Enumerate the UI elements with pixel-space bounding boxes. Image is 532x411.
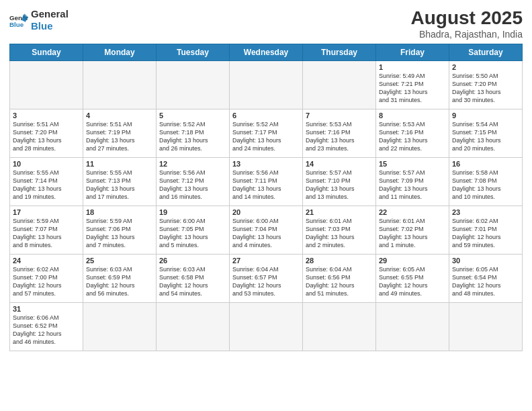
- table-row: 13Sunrise: 5:56 AMSunset: 7:11 PMDayligh…: [230, 157, 303, 205]
- logo-icon: General Blue: [9, 11, 28, 30]
- table-row: 24Sunrise: 6:02 AMSunset: 7:00 PMDayligh…: [10, 254, 83, 302]
- table-row: 16Sunrise: 5:58 AMSunset: 7:08 PMDayligh…: [449, 157, 523, 205]
- table-row: 10Sunrise: 5:55 AMSunset: 7:14 PMDayligh…: [10, 157, 83, 205]
- day-number: 22: [379, 208, 446, 216]
- day-info: Sunrise: 6:00 AMSunset: 7:05 PMDaylight:…: [159, 217, 226, 250]
- day-info: Sunrise: 5:56 AMSunset: 7:11 PMDaylight:…: [232, 169, 300, 201]
- day-info: Sunrise: 5:59 AMSunset: 7:06 PMDaylight:…: [86, 217, 153, 250]
- day-number: 28: [306, 257, 373, 265]
- day-info: Sunrise: 6:03 AMSunset: 6:59 PMDaylight:…: [86, 265, 153, 298]
- svg-text:Blue: Blue: [9, 21, 24, 28]
- day-info: Sunrise: 5:59 AMSunset: 7:07 PMDaylight:…: [13, 217, 80, 250]
- day-number: 9: [452, 111, 519, 120]
- day-info: Sunrise: 5:52 AMSunset: 7:18 PMDaylight:…: [159, 120, 226, 153]
- day-number: 4: [86, 111, 153, 120]
- day-info: Sunrise: 5:57 AMSunset: 7:10 PMDaylight:…: [306, 169, 373, 201]
- day-number: 17: [13, 208, 80, 216]
- table-row: [376, 302, 449, 351]
- day-info: Sunrise: 5:56 AMSunset: 7:12 PMDaylight:…: [159, 169, 226, 201]
- day-number: 25: [86, 257, 153, 265]
- table-row: [157, 60, 230, 109]
- title-block: August 2025 Bhadra, Rajasthan, India: [411, 8, 523, 40]
- day-info: Sunrise: 6:02 AMSunset: 7:01 PMDaylight:…: [452, 217, 519, 250]
- day-number: 3: [13, 111, 80, 120]
- table-row: 25Sunrise: 6:03 AMSunset: 6:59 PMDayligh…: [83, 254, 157, 302]
- day-number: 13: [232, 160, 300, 168]
- table-row: 30Sunrise: 6:05 AMSunset: 6:54 PMDayligh…: [449, 254, 523, 302]
- table-row: [157, 302, 230, 351]
- table-row: 5Sunrise: 5:52 AMSunset: 7:18 PMDaylight…: [157, 109, 230, 157]
- table-row: 27Sunrise: 6:04 AMSunset: 6:57 PMDayligh…: [230, 254, 303, 302]
- table-row: [230, 302, 303, 351]
- table-row: 17Sunrise: 5:59 AMSunset: 7:07 PMDayligh…: [10, 205, 83, 254]
- day-info: Sunrise: 5:55 AMSunset: 7:14 PMDaylight:…: [13, 169, 80, 201]
- day-number: 24: [13, 257, 80, 265]
- table-row: 6Sunrise: 5:52 AMSunset: 7:17 PMDaylight…: [230, 109, 303, 157]
- table-row: 2Sunrise: 5:50 AMSunset: 7:20 PMDaylight…: [449, 60, 523, 109]
- table-row: [230, 60, 303, 109]
- day-number: 14: [306, 160, 373, 168]
- day-info: Sunrise: 6:01 AMSunset: 7:02 PMDaylight:…: [379, 217, 446, 250]
- table-row: 19Sunrise: 6:00 AMSunset: 7:05 PMDayligh…: [157, 205, 230, 254]
- day-info: Sunrise: 6:02 AMSunset: 7:00 PMDaylight:…: [13, 265, 80, 298]
- table-row: 1Sunrise: 5:49 AMSunset: 7:21 PMDaylight…: [376, 60, 449, 109]
- table-row: [303, 302, 376, 351]
- table-row: 11Sunrise: 5:55 AMSunset: 7:13 PMDayligh…: [83, 157, 157, 205]
- day-info: Sunrise: 5:50 AMSunset: 7:20 PMDaylight:…: [452, 72, 519, 105]
- day-number: 10: [13, 160, 80, 168]
- header-monday: Monday: [83, 44, 157, 60]
- table-row: 4Sunrise: 5:51 AMSunset: 7:19 PMDaylight…: [83, 109, 157, 157]
- table-row: [10, 60, 83, 109]
- table-row: 21Sunrise: 6:01 AMSunset: 7:03 PMDayligh…: [303, 205, 376, 254]
- table-row: 31Sunrise: 6:06 AMSunset: 6:52 PMDayligh…: [10, 302, 83, 351]
- day-number: 29: [379, 257, 446, 265]
- header-tuesday: Tuesday: [157, 44, 230, 60]
- day-info: Sunrise: 5:49 AMSunset: 7:21 PMDaylight:…: [379, 72, 446, 105]
- table-row: 26Sunrise: 6:03 AMSunset: 6:58 PMDayligh…: [157, 254, 230, 302]
- table-row: 20Sunrise: 6:00 AMSunset: 7:04 PMDayligh…: [230, 205, 303, 254]
- day-number: 27: [232, 257, 300, 265]
- day-info: Sunrise: 6:00 AMSunset: 7:04 PMDaylight:…: [232, 217, 300, 250]
- day-info: Sunrise: 6:04 AMSunset: 6:56 PMDaylight:…: [306, 265, 373, 298]
- calendar-subtitle: Bhadra, Rajasthan, India: [411, 29, 523, 40]
- day-number: 8: [379, 111, 446, 120]
- day-number: 18: [86, 208, 153, 216]
- table-row: 9Sunrise: 5:54 AMSunset: 7:15 PMDaylight…: [449, 109, 523, 157]
- table-row: [449, 302, 523, 351]
- day-info: Sunrise: 5:53 AMSunset: 7:16 PMDaylight:…: [379, 120, 446, 153]
- logo-general: General: [31, 8, 69, 20]
- day-number: 21: [306, 208, 373, 216]
- table-row: 7Sunrise: 5:53 AMSunset: 7:16 PMDaylight…: [303, 109, 376, 157]
- table-row: 29Sunrise: 6:05 AMSunset: 6:55 PMDayligh…: [376, 254, 449, 302]
- page-header: General Blue General Blue August 2025 Bh…: [9, 8, 523, 40]
- table-row: 22Sunrise: 6:01 AMSunset: 7:02 PMDayligh…: [376, 205, 449, 254]
- day-info: Sunrise: 5:57 AMSunset: 7:09 PMDaylight:…: [379, 169, 446, 201]
- day-info: Sunrise: 5:54 AMSunset: 7:15 PMDaylight:…: [452, 120, 519, 153]
- table-row: 12Sunrise: 5:56 AMSunset: 7:12 PMDayligh…: [157, 157, 230, 205]
- table-row: [303, 60, 376, 109]
- calendar-body: 1Sunrise: 5:49 AMSunset: 7:21 PMDaylight…: [10, 60, 523, 351]
- day-info: Sunrise: 5:53 AMSunset: 7:16 PMDaylight:…: [306, 120, 373, 153]
- day-info: Sunrise: 5:51 AMSunset: 7:20 PMDaylight:…: [13, 120, 80, 153]
- calendar-header: Sunday Monday Tuesday Wednesday Thursday…: [10, 44, 523, 60]
- day-info: Sunrise: 5:52 AMSunset: 7:17 PMDaylight:…: [232, 120, 300, 153]
- day-number: 1: [379, 63, 446, 71]
- day-info: Sunrise: 6:06 AMSunset: 6:52 PMDaylight:…: [13, 314, 80, 347]
- day-info: Sunrise: 6:01 AMSunset: 7:03 PMDaylight:…: [306, 217, 373, 250]
- day-number: 5: [159, 111, 226, 120]
- day-number: 19: [159, 208, 226, 216]
- day-number: 26: [159, 257, 226, 265]
- day-info: Sunrise: 6:04 AMSunset: 6:57 PMDaylight:…: [232, 265, 300, 298]
- table-row: [83, 60, 157, 109]
- day-number: 20: [232, 208, 300, 216]
- day-info: Sunrise: 6:05 AMSunset: 6:55 PMDaylight:…: [379, 265, 446, 298]
- header-saturday: Saturday: [449, 44, 523, 60]
- day-number: 11: [86, 160, 153, 168]
- day-number: 15: [379, 160, 446, 168]
- day-number: 30: [452, 257, 519, 265]
- day-number: 6: [232, 111, 300, 120]
- table-row: 3Sunrise: 5:51 AMSunset: 7:20 PMDaylight…: [10, 109, 83, 157]
- day-number: 16: [452, 160, 519, 168]
- header-wednesday: Wednesday: [230, 44, 303, 60]
- day-number: 23: [452, 208, 519, 216]
